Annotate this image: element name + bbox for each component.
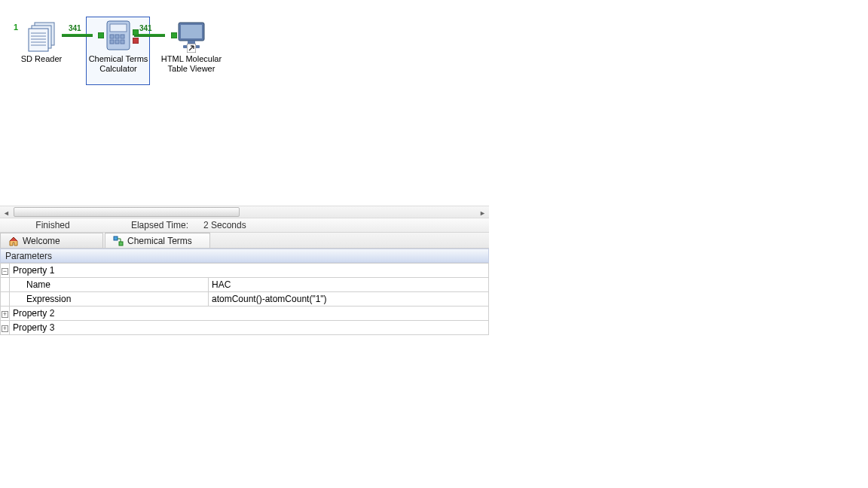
elapsed-label: Elapsed Time:	[105, 220, 196, 230]
name-value[interactable]: HAC	[209, 278, 489, 292]
property-1-label: Property 1	[10, 264, 489, 278]
svg-rect-12	[121, 35, 124, 38]
node-label-line1: Chemical Terms	[87, 54, 149, 64]
node-sd-reader[interactable]: SD Reader	[19, 18, 64, 64]
scrollbar-thumb[interactable]	[14, 207, 240, 217]
workflow-canvas[interactable]: 341 341 1 SD Reader	[0, 0, 489, 206]
file-reader-icon	[24, 18, 59, 53]
canvas-horizontal-scrollbar[interactable]: ◄ ►	[0, 206, 489, 218]
home-icon	[8, 236, 19, 246]
property-2-label: Property 2	[10, 307, 489, 321]
tab-label: Welcome	[23, 236, 60, 246]
tab-chemical-terms[interactable]: Chemical Terms	[105, 233, 210, 248]
shortcut-overlay-icon	[187, 44, 196, 53]
node-label-line2: Table Viewer	[157, 64, 225, 74]
status-bar: Finished Elapsed Time: 2 Seconds	[0, 218, 489, 233]
svg-rect-18	[133, 38, 139, 44]
svg-rect-2	[29, 29, 48, 51]
node-label-line2: Calculator	[87, 64, 149, 74]
collapse-icon[interactable]: −	[2, 268, 8, 275]
svg-rect-16	[98, 32, 104, 38]
property-1-expression-row[interactable]: Expression atomCount()-atomCount("1")	[1, 292, 489, 307]
svg-rect-14	[115, 40, 119, 44]
svg-rect-10	[110, 35, 114, 38]
svg-rect-24	[171, 32, 177, 38]
node-chemical-terms-calculator[interactable]: Chemical Terms Calculator	[87, 18, 149, 74]
svg-rect-15	[121, 40, 124, 44]
scroll-left-arrow-icon[interactable]: ◄	[0, 206, 13, 219]
output-port-alt-icon[interactable]	[133, 38, 139, 44]
expand-icon[interactable]: +	[2, 311, 8, 318]
expand-icon[interactable]: +	[2, 325, 8, 332]
property-3-label: Property 3	[10, 321, 489, 335]
tab-bar: Welcome Chemical Terms	[0, 233, 489, 249]
tab-welcome[interactable]: Welcome	[0, 233, 103, 248]
svg-rect-25	[114, 236, 118, 240]
expression-value[interactable]: atomCount()-atomCount("1")	[209, 292, 489, 307]
svg-rect-13	[110, 40, 114, 44]
name-key: Name	[10, 278, 209, 292]
node-label-line1: HTML Molecular	[157, 54, 225, 64]
svg-rect-17	[133, 29, 139, 35]
status-state: Finished	[0, 220, 105, 230]
svg-rect-9	[110, 24, 127, 32]
node-label: SD Reader	[19, 54, 64, 64]
nodes-icon	[113, 236, 124, 246]
property-1-name-row[interactable]: Name HAC	[1, 278, 489, 292]
annotation-1: 1	[14, 23, 18, 32]
input-port-icon[interactable]	[98, 32, 104, 38]
parameters-grid: − Property 1 Name HAC Expression atomCou…	[0, 263, 489, 335]
expression-key: Expression	[10, 292, 209, 307]
parameters-panel-header: Parameters	[0, 249, 489, 263]
monitor-icon	[174, 18, 209, 53]
property-2-row[interactable]: + Property 2	[1, 307, 489, 321]
calculator-icon	[101, 18, 136, 53]
output-port-icon[interactable]	[133, 29, 139, 35]
scroll-right-arrow-icon[interactable]: ►	[476, 206, 489, 219]
svg-rect-26	[119, 242, 123, 246]
connection-1-count: 341	[69, 24, 81, 32]
property-3-row[interactable]: + Property 3	[1, 321, 489, 335]
svg-rect-20	[181, 25, 202, 38]
svg-rect-11	[115, 35, 119, 38]
tab-label: Chemical Terms	[127, 236, 192, 246]
property-1-row[interactable]: − Property 1	[1, 264, 489, 278]
elapsed-value: 2 Seconds	[196, 220, 254, 230]
input-port-icon[interactable]	[171, 32, 177, 38]
node-html-molecular-table-viewer[interactable]: HTML Molecular Table Viewer	[157, 18, 225, 74]
